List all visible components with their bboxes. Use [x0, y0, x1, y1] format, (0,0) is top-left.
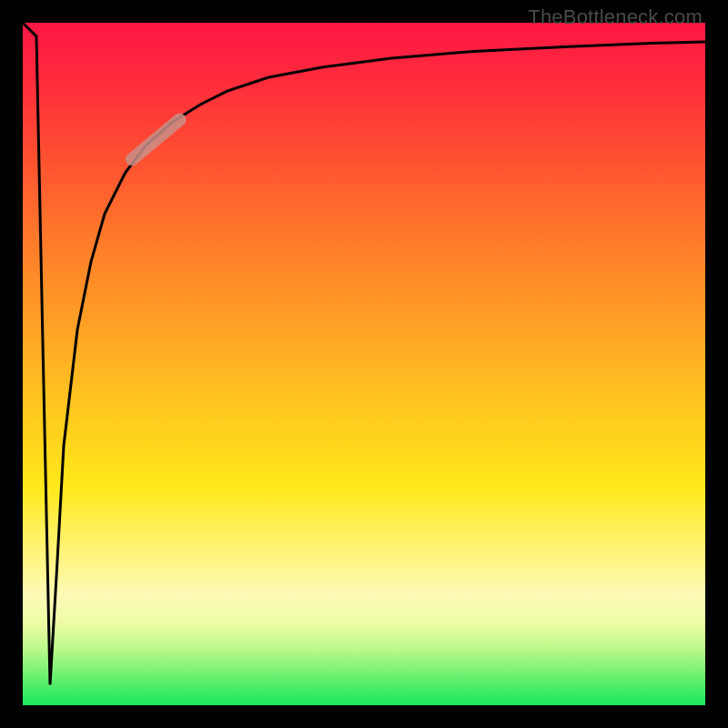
highlight-segment: [132, 120, 180, 160]
main-curve: [23, 23, 705, 685]
curve-svg: [23, 23, 705, 705]
plot-area: [23, 23, 705, 705]
chart-container: TheBottleneck.com: [0, 0, 728, 728]
attribution-text: TheBottleneck.com: [528, 5, 703, 29]
